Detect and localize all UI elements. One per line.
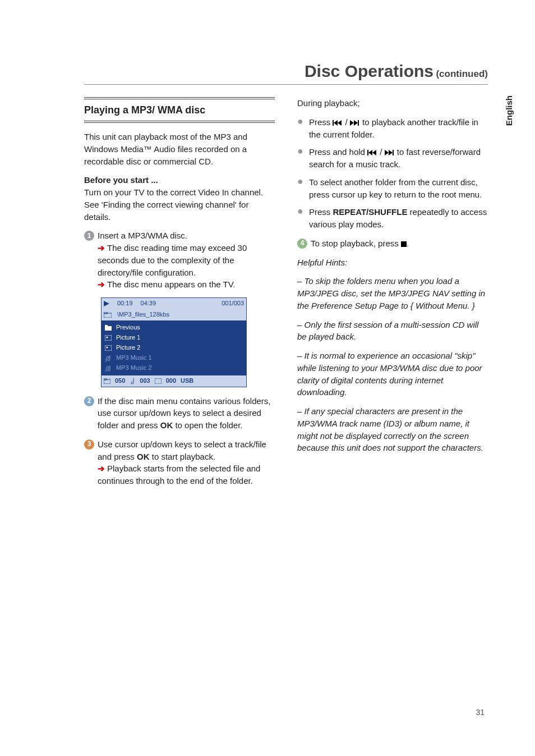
image-icon xyxy=(105,345,112,351)
dm-time1: 00:19 xyxy=(117,299,133,308)
skip-next-icon xyxy=(350,120,360,126)
left-column: Playing a MP3/ WMA disc This unit can pl… xyxy=(84,97,275,494)
page-title: Disc Operations xyxy=(305,62,433,80)
bullet-icon: ● xyxy=(297,146,303,171)
arrow-icon: ➔ xyxy=(98,464,105,473)
page-number: 31 xyxy=(476,708,485,717)
bullet-icon: ● xyxy=(297,176,303,201)
dm-row-1: Picture 2 xyxy=(116,343,140,352)
hint-1: – To skip the folders menu when you load… xyxy=(297,275,488,311)
list-item: ● To select another folder from the curr… xyxy=(297,176,488,201)
svg-rect-17 xyxy=(358,120,359,126)
columns: Playing a MP3/ WMA disc This unit can pl… xyxy=(84,97,488,494)
dm-row-0: Picture 1 xyxy=(116,333,140,342)
step-3-body: Use cursor up/down keys to select a trac… xyxy=(98,438,275,487)
svg-marker-16 xyxy=(354,120,358,126)
disc-menu-preview xyxy=(201,320,246,375)
list-item: ● Press REPEAT/SHUFFLE repeatedly to acc… xyxy=(297,206,488,231)
svg-rect-11 xyxy=(155,378,162,384)
svg-marker-13 xyxy=(334,120,338,126)
image-icon xyxy=(105,335,112,341)
dm-bottom-a: 050 xyxy=(115,377,125,386)
step-2-tail: to open the folder. xyxy=(173,420,242,430)
svg-rect-24 xyxy=(401,241,407,247)
music-note-icon xyxy=(105,355,112,361)
svg-marker-21 xyxy=(385,150,389,155)
before-label: Before you start ... xyxy=(84,175,158,185)
svg-point-8 xyxy=(107,346,108,348)
svg-marker-19 xyxy=(368,150,372,155)
skip-next-icon xyxy=(385,150,395,155)
folder-icon xyxy=(105,325,112,331)
right-column: During playback; ● Press / to playback a… xyxy=(297,97,488,494)
folder-count-icon xyxy=(104,378,110,384)
hint-4: – If any special characters are present … xyxy=(297,405,488,454)
music-note-icon xyxy=(130,378,135,384)
bullet-1: Press / to playback another track/file i… xyxy=(309,116,488,141)
b4-pre: Press xyxy=(309,207,333,217)
intro-text: This unit can playback most of the MP3 a… xyxy=(84,131,275,167)
music-note-icon xyxy=(105,365,112,372)
hints-title: Helpful Hints: xyxy=(297,256,488,269)
list-item: MP3 Music 2 xyxy=(105,363,198,373)
dm-previous: Previous xyxy=(116,323,140,332)
svg-rect-12 xyxy=(333,120,334,126)
disc-menu-illustration: 00:19 04:39 001/003 \MP3_files_128kbs Pr… xyxy=(101,297,247,387)
step-1: 1 Insert a MP3/WMA disc. ➔The disc readi… xyxy=(84,230,275,291)
dm-row-2: MP3 Music 1 xyxy=(116,354,152,363)
svg-rect-4 xyxy=(105,325,108,327)
dm-bottom-usb: USB xyxy=(181,377,193,386)
svg-marker-22 xyxy=(389,150,393,155)
step-1-body: Insert a MP3/WMA disc. ➔The disc reading… xyxy=(98,230,275,291)
b1-pre: Press xyxy=(309,117,333,127)
arrow-icon: ➔ xyxy=(98,243,105,253)
hint-3: – It is normal to experience an occasion… xyxy=(297,350,488,398)
step-4-body: To stop playback, press . xyxy=(311,237,488,250)
dm-bottom-b: 003 xyxy=(140,377,150,386)
bullet-icon: ● xyxy=(297,116,303,141)
svg-rect-23 xyxy=(393,150,394,155)
step4-pre: To stop playback, press xyxy=(311,239,401,248)
disc-menu-list: Previous Picture 1 Picture 2 MP3 Mu xyxy=(102,320,201,375)
svg-point-6 xyxy=(107,336,108,338)
dm-time2: 04:39 xyxy=(141,299,156,308)
before-you-start: Before you start ... Turn on your TV to … xyxy=(84,174,275,223)
bullet-3: To select another folder from the curren… xyxy=(309,176,488,201)
step4-post: . xyxy=(407,239,409,248)
section-heading-wrap: Playing a MP3/ WMA disc xyxy=(84,97,275,123)
repeat-shuffle-key: REPEAT/SHUFFLE xyxy=(333,207,407,217)
b2-pre: Press and hold xyxy=(309,147,367,157)
step-2-body: If the disc main menu contains various f… xyxy=(98,395,275,432)
stop-icon xyxy=(401,241,407,247)
section-heading: Playing a MP3/ WMA disc xyxy=(84,103,275,117)
list-item: MP3 Music 1 xyxy=(105,353,198,363)
svg-marker-0 xyxy=(104,301,109,306)
svg-marker-15 xyxy=(350,120,354,126)
svg-rect-5 xyxy=(105,335,112,341)
step-number-4: 4 xyxy=(297,239,307,249)
hint-2: – Only the first session of a multi-sess… xyxy=(297,319,488,343)
disc-menu-top-bar: 00:19 04:39 001/003 xyxy=(102,298,246,309)
helpful-hints: Helpful Hints: – To skip the folders men… xyxy=(297,256,488,455)
page-title-continued: (continued) xyxy=(436,68,488,79)
step-1-lead: Insert a MP3/WMA disc. xyxy=(98,231,187,240)
dm-bottom-c: 000 xyxy=(166,377,176,386)
step-number-3: 3 xyxy=(84,439,94,450)
list-item: Picture 2 xyxy=(105,343,198,353)
playback-bullets: ● Press / to playback another track/file… xyxy=(297,116,488,231)
step-number-2: 2 xyxy=(84,396,94,406)
skip-prev-icon xyxy=(367,150,377,155)
dm-counter: 001/003 xyxy=(222,299,244,308)
folder-open-icon xyxy=(104,312,112,318)
step-3: 3 Use cursor up/down keys to select a tr… xyxy=(84,438,275,487)
svg-marker-20 xyxy=(372,150,376,155)
bullet-2: Press and hold / to fast reverse/forward… xyxy=(309,146,488,171)
ok-key: OK xyxy=(137,452,150,461)
during-playback-label: During playback; xyxy=(297,97,488,109)
step-number-1: 1 xyxy=(84,231,94,241)
svg-rect-3 xyxy=(105,326,112,331)
language-tab: English xyxy=(504,95,514,126)
step-1-bullet-1: The disc reading time may exceed 30 seco… xyxy=(98,243,247,277)
skip-prev-icon xyxy=(333,120,343,126)
disc-menu-path-bar: \MP3_files_128kbs xyxy=(102,309,246,320)
